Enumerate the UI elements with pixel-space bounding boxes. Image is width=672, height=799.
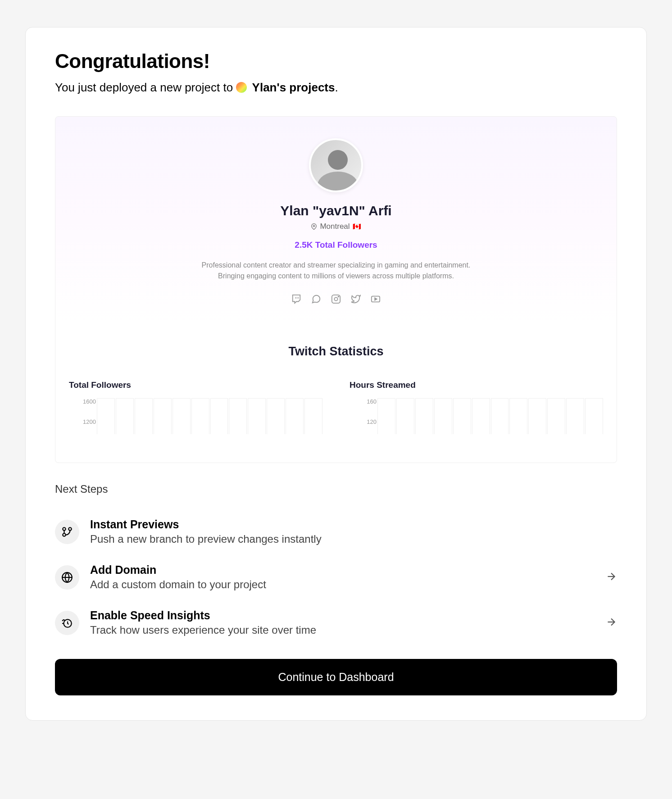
- profile-name: Ylan "yav1N" Arfi: [55, 203, 617, 218]
- stat-card-title: Total Followers: [69, 380, 322, 390]
- youtube-icon[interactable]: [371, 294, 381, 304]
- step-text: Instant Previews Push a new branch to pr…: [90, 518, 617, 545]
- chart-bars: [97, 398, 322, 434]
- followers-stat: 2.5K Total Followers: [55, 240, 617, 250]
- profile-avatar: [309, 138, 363, 192]
- arrow-right-icon: [605, 571, 617, 584]
- step-title: Add Domain: [90, 563, 595, 577]
- y-tick: 160: [354, 398, 377, 405]
- continue-to-dashboard-button[interactable]: Continue to Dashboard: [55, 659, 617, 695]
- next-steps-label: Next Steps: [55, 483, 617, 495]
- chart-area: 1600 1200: [69, 398, 322, 434]
- chart-bars: [377, 398, 603, 434]
- step-text: Add Domain Add a custom domain to your p…: [90, 563, 595, 591]
- step-title: Instant Previews: [90, 518, 617, 531]
- profile-location: Montreal 🇨🇦: [55, 222, 617, 231]
- step-desc: Push a new branch to preview changes ins…: [90, 533, 617, 545]
- bio-line-2: Bringing engaging content to millions of…: [55, 271, 617, 281]
- stats-heading: Twitch Statistics: [55, 345, 617, 359]
- team-avatar-icon: [236, 82, 247, 93]
- profile-bio: Professional content creator and streame…: [55, 260, 617, 281]
- step-title: Enable Speed Insights: [90, 609, 595, 622]
- location-pin-icon: [311, 223, 317, 230]
- step-instant-previews: Instant Previews Push a new branch to pr…: [55, 509, 617, 554]
- stat-card-title: Hours Streamed: [350, 380, 603, 390]
- step-add-domain[interactable]: Add Domain Add a custom domain to your p…: [55, 554, 617, 600]
- stat-card-followers: Total Followers 1600 1200: [64, 380, 327, 434]
- location-text: Montreal: [320, 222, 350, 231]
- instagram-icon[interactable]: [331, 294, 341, 304]
- page-title: Congratulations!: [55, 50, 617, 73]
- y-tick: 1200: [73, 418, 96, 425]
- arrow-right-icon: [605, 616, 617, 630]
- subtitle-prefix: You just deployed a new project to: [55, 81, 236, 94]
- stats-row: Total Followers 1600 1200 Hours Streamed…: [55, 380, 617, 434]
- y-tick: 1600: [73, 398, 96, 405]
- preview-content: Ylan "yav1N" Arfi Montreal 🇨🇦 2.5K Total…: [55, 117, 617, 434]
- speed-icon: [55, 611, 79, 635]
- y-tick: 120: [354, 418, 377, 425]
- svg-point-7: [68, 527, 72, 531]
- svg-point-3: [338, 296, 339, 297]
- social-icons-row: [55, 294, 617, 304]
- branch-icon: [55, 520, 79, 544]
- chat-icon[interactable]: [311, 294, 321, 304]
- svg-point-6: [63, 533, 66, 536]
- svg-point-8: [63, 527, 66, 531]
- twitch-icon[interactable]: [291, 294, 301, 304]
- step-speed-insights[interactable]: Enable Speed Insights Track how users ex…: [55, 600, 617, 645]
- stat-card-hours: Hours Streamed 160 120: [345, 380, 608, 434]
- page-subtitle: You just deployed a new project to Ylan'…: [55, 81, 617, 95]
- globe-icon: [55, 565, 79, 590]
- svg-marker-5: [375, 298, 377, 300]
- bio-line-1: Professional content creator and streame…: [55, 260, 617, 271]
- svg-point-2: [334, 297, 337, 300]
- subtitle-suffix: .: [335, 81, 338, 94]
- team-name: Ylan's projects: [252, 81, 335, 94]
- chart-area: 160 120: [350, 398, 603, 434]
- deployment-preview[interactable]: Ylan "yav1N" Arfi Montreal 🇨🇦 2.5K Total…: [55, 116, 617, 463]
- svg-point-0: [313, 225, 315, 227]
- deployment-success-card: Congratulations! You just deployed a new…: [25, 27, 647, 721]
- step-desc: Add a custom domain to your project: [90, 578, 595, 591]
- step-desc: Track how users experience your site ove…: [90, 624, 595, 636]
- twitter-icon[interactable]: [351, 294, 361, 304]
- location-flag: 🇨🇦: [353, 222, 361, 231]
- step-text: Enable Speed Insights Track how users ex…: [90, 609, 595, 636]
